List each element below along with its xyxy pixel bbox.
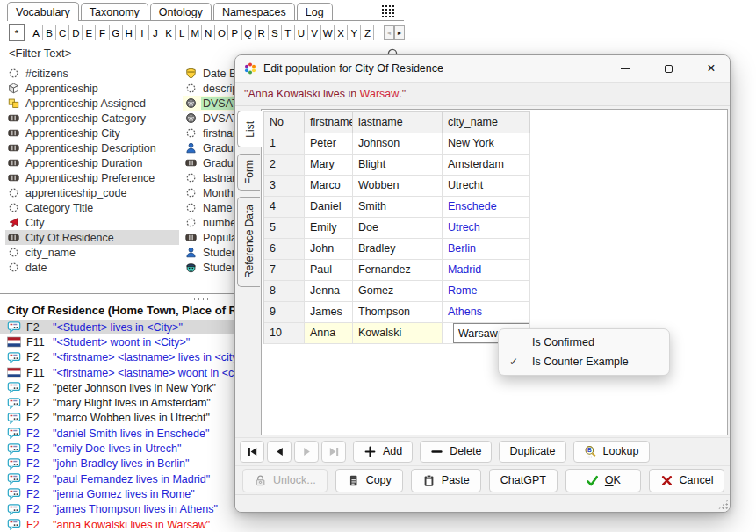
- main-tab[interactable]: Namespaces: [213, 3, 295, 20]
- city-cell[interactable]: Berlin: [443, 239, 530, 260]
- main-tab[interactable]: Ontology: [150, 3, 212, 20]
- firstname-cell[interactable]: Mary: [305, 155, 353, 176]
- row-number-cell[interactable]: 6: [264, 239, 305, 260]
- previous-record-button[interactable]: [267, 441, 292, 463]
- letter-filter-button[interactable]: U: [295, 25, 308, 40]
- row-number-cell[interactable]: 1: [264, 133, 305, 155]
- main-tab[interactable]: Vocabulary: [7, 2, 79, 21]
- tree-item[interactable]: City Of Residence: [5, 230, 179, 245]
- lastname-cell[interactable]: Wobben: [353, 176, 443, 197]
- letter-filter-button[interactable]: Y: [348, 25, 361, 40]
- firstname-cell[interactable]: Paul: [305, 260, 353, 281]
- letter-filter-button[interactable]: P: [228, 25, 241, 40]
- letter-filter-button[interactable]: M: [189, 25, 202, 40]
- maximize-button[interactable]: [650, 55, 687, 82]
- row-number-cell[interactable]: 7: [264, 260, 305, 281]
- tree-item[interactable]: City: [5, 215, 179, 230]
- duplicate-button[interactable]: Duplicate: [499, 441, 565, 463]
- cancel-button[interactable]: Cancel: [649, 469, 724, 492]
- city-cell[interactable]: Rome: [443, 281, 530, 302]
- letter-filter-button[interactable]: D: [69, 25, 83, 40]
- lastname-cell[interactable]: Bradley: [353, 239, 443, 260]
- firstname-cell[interactable]: Anna: [305, 323, 353, 344]
- next-record-button[interactable]: [294, 441, 319, 463]
- letter-filter-button[interactable]: V: [308, 25, 321, 40]
- letter-filter-button[interactable]: K: [162, 25, 176, 40]
- tree-item[interactable]: Apprenticeship: [5, 81, 179, 96]
- paste-button[interactable]: Paste: [411, 469, 481, 492]
- letter-filter-button[interactable]: A: [30, 25, 43, 40]
- lastname-cell[interactable]: Thompson: [353, 302, 443, 323]
- city-cell[interactable]: New York: [443, 133, 530, 155]
- ok-button[interactable]: OK: [565, 469, 641, 492]
- lastname-cell[interactable]: Smith: [353, 197, 443, 218]
- firstname-cell[interactable]: Marco: [305, 176, 353, 197]
- add-button[interactable]: Add: [353, 441, 413, 463]
- lookup-button[interactable]: Lookup: [573, 441, 650, 463]
- row-number-cell[interactable]: 4: [264, 197, 305, 218]
- context-menu-item[interactable]: ✓ Is Counter Example: [499, 352, 669, 371]
- lastname-cell[interactable]: Doe: [353, 218, 443, 239]
- letter-filter-button[interactable]: B: [43, 25, 56, 40]
- context-menu-item[interactable]: Is Confirmed: [499, 333, 669, 352]
- lastname-cell[interactable]: Johnson: [353, 133, 443, 155]
- row-number-cell[interactable]: 5: [264, 218, 305, 239]
- city-cell[interactable]: Madrid: [443, 260, 530, 281]
- row-number-cell[interactable]: 2: [264, 155, 305, 176]
- letter-filter-button[interactable]: Z: [361, 25, 374, 40]
- column-header[interactable]: firstname: [305, 112, 353, 133]
- firstname-cell[interactable]: Jenna: [305, 281, 353, 302]
- letter-filter-button[interactable]: N: [202, 25, 215, 40]
- letter-filter-button[interactable]: H: [123, 25, 136, 40]
- row-number-cell[interactable]: 3: [264, 176, 305, 197]
- firstname-cell[interactable]: James: [305, 302, 353, 323]
- tree-item[interactable]: Category Title: [5, 200, 179, 215]
- tree-item[interactable]: Apprenticeship City: [5, 126, 179, 140]
- letter-filter-button[interactable]: O: [215, 25, 228, 40]
- main-tab[interactable]: Taxonomy: [81, 3, 148, 20]
- letter-filter-button[interactable]: J: [149, 25, 162, 40]
- tree-item[interactable]: Apprenticeship Assigned: [5, 96, 179, 111]
- alphabet-scroll-left-button[interactable]: ◄: [384, 25, 394, 40]
- letter-filter-button[interactable]: E: [83, 25, 96, 40]
- column-header[interactable]: city_name: [443, 112, 530, 133]
- row-number-cell[interactable]: 9: [264, 302, 305, 323]
- city-cell[interactable]: Amsterdam: [443, 155, 530, 176]
- letter-filter-button[interactable]: G: [110, 25, 123, 40]
- letter-filter-button[interactable]: Q: [242, 25, 256, 40]
- lastname-cell[interactable]: Blight: [353, 155, 443, 176]
- first-record-button[interactable]: [240, 441, 264, 463]
- letter-filter-button[interactable]: C: [56, 25, 69, 40]
- firstname-cell[interactable]: Peter: [305, 133, 353, 155]
- dialog-title-bar[interactable]: Edit population for City Of Residence ×: [235, 55, 730, 82]
- alphabet-scroll-right-button[interactable]: ►: [394, 25, 405, 40]
- grid-menu-icon[interactable]: [381, 4, 394, 17]
- letter-filter-button[interactable]: R: [256, 25, 269, 40]
- letter-filter-button[interactable]: T: [282, 25, 295, 40]
- letter-filter-button[interactable]: F: [96, 25, 109, 40]
- chatgpt-button[interactable]: ChatGPT: [489, 469, 558, 492]
- tree-item[interactable]: Apprenticeship Category: [5, 111, 179, 126]
- column-header[interactable]: lastname: [353, 112, 443, 133]
- lastname-cell[interactable]: Fernandez: [353, 260, 443, 281]
- tree-item[interactable]: city_name: [5, 245, 179, 260]
- letter-filter-button[interactable]: I: [136, 25, 149, 40]
- city-cell[interactable]: Enschede: [443, 197, 530, 218]
- tree-item[interactable]: apprenticeship_code: [5, 185, 179, 200]
- last-record-button[interactable]: [321, 441, 346, 463]
- minimize-button[interactable]: [607, 55, 644, 82]
- side-tab[interactable]: List: [237, 111, 262, 147]
- firstname-cell[interactable]: Daniel: [305, 197, 353, 218]
- resize-grip[interactable]: [717, 499, 729, 510]
- row-number-cell[interactable]: 8: [264, 281, 305, 302]
- tree-item[interactable]: Apprenticeship Preference: [5, 170, 179, 185]
- side-tab[interactable]: Reference Data: [237, 197, 260, 287]
- letter-filter-button[interactable]: W: [321, 25, 335, 40]
- column-header[interactable]: No: [264, 112, 305, 133]
- lastname-cell[interactable]: Gomez: [353, 281, 443, 302]
- city-cell[interactable]: Athens: [443, 302, 530, 323]
- tree-item[interactable]: Apprenticeship Duration: [5, 155, 179, 170]
- main-tab[interactable]: Log: [297, 3, 333, 20]
- lastname-cell[interactable]: Kowalski: [353, 323, 443, 344]
- tree-item[interactable]: #citizens: [5, 66, 179, 81]
